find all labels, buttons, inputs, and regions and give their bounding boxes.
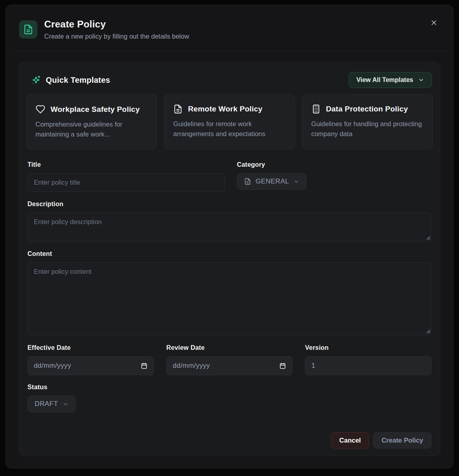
template-card-workplace-safety[interactable]: Workplace Safety Policy Comprehensive gu… — [26, 94, 157, 149]
calendar-icon[interactable] — [279, 362, 286, 369]
category-value: GENERAL — [256, 178, 289, 185]
view-all-templates-button[interactable]: View All Templates — [349, 72, 432, 88]
quick-templates-heading: Quick Templates — [46, 76, 110, 85]
description-field-group: Description — [27, 201, 432, 242]
file-text-icon — [244, 178, 251, 185]
status-label: Status — [27, 384, 432, 391]
template-cards: Workplace Safety Policy Comprehensive gu… — [26, 94, 433, 149]
status-field-group: Status DRAFT — [27, 384, 432, 412]
title-label: Title — [27, 161, 225, 168]
modal-header-text: Create Policy Create a new policy by fil… — [44, 19, 189, 40]
effective-date-label: Effective Date — [27, 344, 154, 351]
heart-icon — [35, 104, 45, 114]
modal-subtitle: Create a new policy by filling out the d… — [44, 33, 189, 40]
category-field-group: Category GENERAL — [237, 161, 307, 192]
category-select[interactable]: GENERAL — [237, 173, 307, 190]
review-date-field-group: Review Date dd/mm/yyyy — [166, 344, 293, 375]
policy-document-icon — [19, 20, 37, 39]
quick-templates-title-group: Quick Templates — [31, 75, 110, 85]
create-policy-button[interactable]: Create Policy — [373, 432, 432, 449]
template-card-data-protection[interactable]: Data Protection Policy Guidelines for ha… — [302, 94, 433, 149]
effective-date-placeholder: dd/mm/yyyy — [34, 362, 71, 370]
template-card-remote-work[interactable]: Remote Work Policy Guidelines for remote… — [164, 94, 295, 149]
modal-title: Create Policy — [44, 19, 189, 30]
calendar-icon[interactable] — [141, 362, 148, 369]
review-date-input[interactable]: dd/mm/yyyy — [166, 356, 293, 375]
content-field-group: Content — [27, 250, 432, 335]
version-field-group: Version — [305, 344, 432, 375]
policy-form: Title Category GENERAL — [26, 161, 433, 449]
content-label: Content — [27, 250, 432, 258]
chevron-down-icon — [293, 179, 299, 185]
version-input[interactable] — [305, 356, 432, 375]
content-textarea[interactable] — [27, 262, 432, 335]
review-date-placeholder: dd/mm/yyyy — [173, 362, 210, 370]
category-label: Category — [237, 161, 307, 168]
effective-date-input[interactable]: dd/mm/yyyy — [27, 356, 154, 375]
title-input[interactable] — [27, 173, 225, 192]
card-description: Comprehensive guidelines for maintaining… — [35, 119, 148, 139]
status-value: DRAFT — [35, 400, 58, 408]
chevron-down-icon — [63, 401, 68, 407]
version-label: Version — [305, 344, 432, 351]
modal-header: Create Policy Create a new policy by fil… — [6, 5, 453, 51]
quick-templates-header: Quick Templates View All Templates — [31, 72, 432, 88]
file-text-icon — [173, 104, 183, 114]
create-policy-modal: Create Policy Create a new policy by fil… — [6, 5, 453, 468]
description-label: Description — [27, 201, 432, 208]
card-title: Data Protection Policy — [326, 105, 408, 113]
cancel-button[interactable]: Cancel — [331, 432, 369, 449]
effective-date-field-group: Effective Date dd/mm/yyyy — [27, 344, 154, 375]
status-select[interactable]: DRAFT — [27, 396, 76, 412]
description-textarea[interactable] — [27, 213, 432, 242]
title-field-group: Title — [27, 161, 225, 192]
close-icon — [430, 19, 438, 27]
view-all-templates-label: View All Templates — [356, 76, 413, 84]
card-description: Guidelines for remote work arrangements … — [173, 119, 285, 139]
review-date-label: Review Date — [166, 344, 293, 351]
close-button[interactable] — [428, 17, 439, 28]
form-section: Quick Templates View All Templates — [19, 62, 440, 456]
building-icon — [311, 104, 321, 114]
card-description: Guidelines for handling and protecting c… — [311, 119, 424, 139]
sparkles-icon — [31, 75, 41, 85]
modal-body: Quick Templates View All Templates — [6, 51, 453, 468]
card-title: Remote Work Policy — [188, 105, 262, 113]
card-title: Workplace Safety Policy — [51, 105, 140, 114]
chevron-down-icon — [418, 77, 424, 83]
modal-footer: Cancel Create Policy — [27, 432, 432, 449]
